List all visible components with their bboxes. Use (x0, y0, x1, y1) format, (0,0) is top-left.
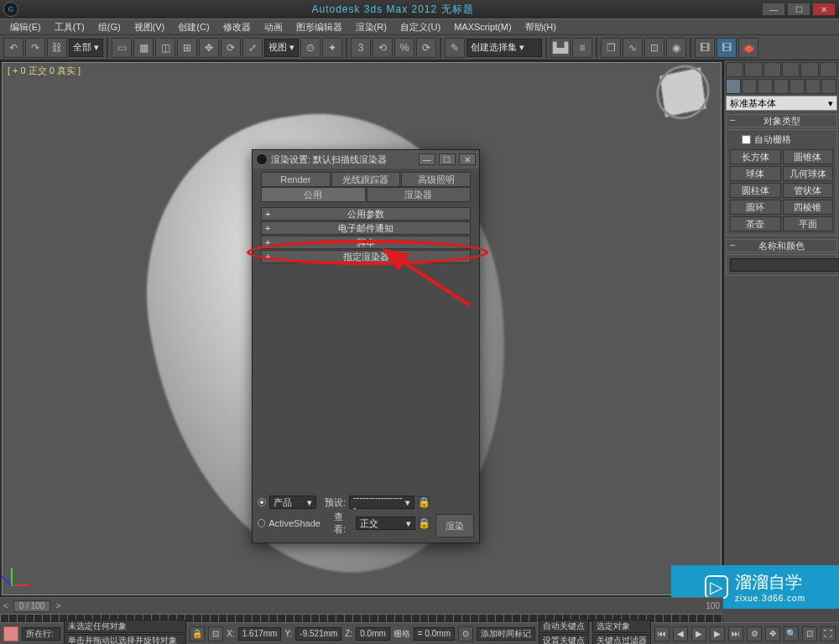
prim-box[interactable]: 长方体 (730, 149, 781, 164)
zoom-extents-button[interactable]: ⊡ (802, 626, 817, 641)
align-button[interactable]: ≡ (572, 38, 592, 58)
tab-utilities[interactable] (820, 62, 837, 77)
rollout-scripts[interactable]: 脚本 (261, 236, 471, 249)
tab-common[interactable]: 公用 (261, 187, 366, 202)
preset-dropdown[interactable]: ----------------- ▾ (349, 496, 414, 509)
prim-pyramid[interactable]: 四棱锥 (783, 200, 834, 215)
production-dropdown[interactable]: 产品 ▾ (269, 496, 316, 509)
editnamed-button[interactable]: ✎ (445, 38, 465, 58)
prim-sphere[interactable]: 球体 (730, 166, 781, 181)
undo-button[interactable]: ↶ (3, 38, 23, 58)
time-tag-button[interactable]: ⊙ (458, 626, 473, 641)
next-frame-button[interactable]: ▶ (710, 626, 725, 641)
render-button[interactable]: 🫖 (738, 38, 758, 58)
menu-view[interactable]: 视图(V) (128, 21, 172, 34)
tab-hierarchy[interactable] (763, 62, 781, 77)
prev-frame-button[interactable]: ◀ (673, 626, 688, 641)
spinner-snap-button[interactable]: ⟳ (416, 38, 436, 58)
tab-create[interactable] (726, 62, 743, 77)
viewport-label[interactable]: [ + 0 正交 0 真实 ] (8, 65, 81, 77)
rollout-object-type[interactable]: 对象类型 (726, 114, 837, 127)
viewcube[interactable] (659, 67, 706, 117)
pan-button[interactable]: ✥ (765, 626, 780, 641)
add-time-tag[interactable]: 添加时间标记 (477, 627, 535, 641)
tab-modify[interactable] (744, 62, 762, 77)
time-prev-button[interactable]: < (3, 601, 8, 610)
goto-start-button[interactable]: ⏮ (654, 626, 670, 641)
iso-button[interactable]: ⊡ (208, 626, 223, 641)
select-region-button[interactable]: ◫ (155, 38, 175, 58)
coord-z[interactable]: 0.0mm (356, 627, 390, 641)
curve-editor-button[interactable]: ∿ (623, 38, 643, 58)
select-button[interactable]: ▭ (112, 38, 132, 58)
mirror-button[interactable]: ▙▟ (550, 38, 571, 58)
link-button[interactable]: ⛓ (47, 38, 67, 58)
menu-maxscript[interactable]: MAXScript(M) (447, 22, 518, 32)
scope-dropdown[interactable]: 全部 ▾ (69, 39, 103, 57)
dialog-titlebar[interactable]: 渲染设置: 默认扫描线渲染器 — ☐ ✕ (253, 150, 479, 169)
radio-activeshade[interactable] (258, 519, 265, 527)
tab-raytracer[interactable]: 光线跟踪器 (331, 172, 401, 187)
rotate-button[interactable]: ⟳ (221, 38, 241, 58)
category-cameras[interactable] (774, 79, 789, 94)
layers-button[interactable]: ❐ (601, 38, 621, 58)
category-spacewarps[interactable] (805, 79, 821, 94)
primitive-type-dropdown[interactable]: 标准基本体▾ (726, 96, 837, 111)
category-helpers[interactable] (789, 79, 805, 94)
menu-graph-editors[interactable]: 图形编辑器 (289, 21, 349, 34)
time-config-button[interactable]: ⚙ (747, 626, 762, 641)
prim-cone[interactable]: 圆锥体 (783, 149, 834, 164)
category-geometry[interactable] (726, 79, 741, 94)
dialog-close-button[interactable]: ✕ (459, 153, 476, 165)
render-setup-button[interactable]: 🎞 (695, 38, 715, 58)
dialog-minimize-button[interactable]: — (419, 153, 435, 165)
material-editor-button[interactable]: ◉ (666, 38, 686, 58)
autokey-button[interactable]: 自动关键点 (539, 620, 589, 633)
goto-end-button[interactable]: ⏭ (728, 626, 743, 641)
menu-group[interactable]: 组(G) (91, 21, 128, 34)
play-button[interactable]: ▶ (691, 626, 706, 641)
named-selection-dropdown[interactable]: 创建选择集 ▾ (466, 39, 542, 57)
prim-tube[interactable]: 管状体 (783, 183, 834, 198)
menu-edit[interactable]: 编辑(E) (3, 21, 48, 34)
object-name-input[interactable] (730, 258, 839, 272)
refcoord-dropdown[interactable]: 视图 ▾ (264, 39, 299, 57)
percent-snap-button[interactable]: % (394, 38, 414, 58)
coord-y[interactable]: -9.521mm (295, 627, 341, 641)
tab-motion[interactable] (782, 62, 800, 77)
tab-advanced-lighting[interactable]: 高级照明 (401, 172, 471, 187)
menu-customize[interactable]: 自定义(U) (393, 21, 447, 34)
preset-lock-icon[interactable]: 🔒 (418, 496, 430, 508)
time-handle[interactable]: 0 / 100 (13, 600, 51, 612)
menu-help[interactable]: 帮助(H) (519, 21, 563, 34)
rendered-frame-button[interactable]: 🎞 (717, 38, 737, 58)
category-shapes[interactable] (742, 79, 757, 94)
min-max-toggle[interactable]: ⛶ (821, 626, 836, 641)
category-systems[interactable] (821, 79, 836, 94)
keyfilter-button[interactable]: 关键点过滤器 (592, 634, 651, 644)
menu-tools[interactable]: 工具(T) (48, 21, 91, 34)
close-button[interactable]: ✕ (812, 3, 836, 16)
script-listener-button[interactable] (3, 626, 18, 641)
zoom-button[interactable]: 🔍 (784, 626, 799, 641)
prim-cylinder[interactable]: 圆柱体 (730, 183, 781, 198)
menu-rendering[interactable]: 渲染(R) (349, 21, 393, 34)
manipulate-button[interactable]: ✦ (322, 38, 342, 58)
tab-display[interactable] (800, 62, 818, 77)
time-slider[interactable]: < 0 / 100 > 100 (0, 597, 723, 614)
autogrid-checkbox[interactable]: 自动栅格 (730, 133, 833, 146)
tab-render-elements[interactable]: Render Elements (261, 172, 331, 187)
move-button[interactable]: ✥ (199, 38, 219, 58)
snap-button[interactable]: 3 (351, 38, 371, 58)
lock-selection-button[interactable]: 🔒 (190, 626, 205, 641)
rollout-email[interactable]: 电子邮件通知 (261, 221, 471, 235)
render-button[interactable]: 渲染 (435, 514, 474, 538)
rollout-assign-renderer[interactable]: 指定渲染器 (261, 250, 471, 263)
select-name-button[interactable]: ▦ (133, 38, 154, 58)
menu-create[interactable]: 创建(C) (171, 21, 216, 34)
menu-animation[interactable]: 动画 (258, 21, 289, 34)
radio-production[interactable] (258, 498, 266, 506)
coord-x[interactable]: 1.617mm (238, 627, 282, 641)
menu-modifiers[interactable]: 修改器 (216, 21, 258, 34)
prim-teapot[interactable]: 茶壶 (730, 216, 781, 231)
